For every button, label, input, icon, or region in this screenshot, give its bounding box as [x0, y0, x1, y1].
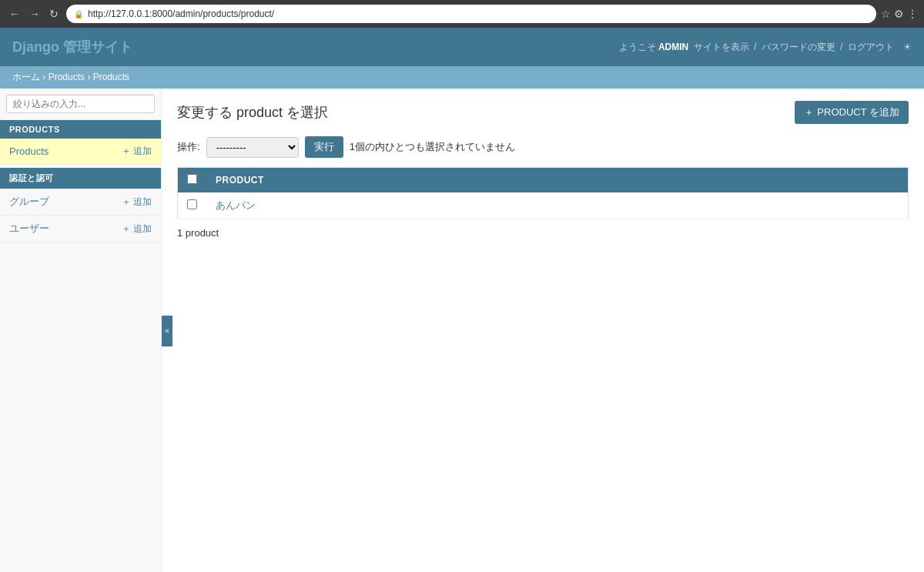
action-label: 操作:: [177, 140, 200, 154]
site-title: Django 管理サイト: [12, 38, 132, 56]
table-header-checkbox-col: [178, 168, 207, 193]
add-product-label: PRODUCT を追加: [817, 105, 899, 119]
sidebar-item-user[interactable]: ユーザー ＋ 追加: [0, 216, 161, 243]
add-product-button[interactable]: ＋ PRODUCT を追加: [795, 101, 909, 124]
breadcrumb-home[interactable]: ホーム: [12, 72, 40, 82]
welcome-text: ようこそ: [619, 42, 656, 52]
sidebar-group-add[interactable]: ＋ 追加: [122, 196, 152, 209]
breadcrumb-products[interactable]: Products: [49, 72, 85, 82]
page-title: 変更する product を選択: [177, 103, 328, 122]
sidebar-user-add[interactable]: ＋ 追加: [122, 222, 152, 236]
browser-toolbar-icons: ☆ ⚙ ⋮: [881, 8, 918, 20]
execute-button[interactable]: 実行: [305, 136, 343, 158]
main-content: 変更する product を選択 ＋ PRODUCT を追加 操作: -----…: [162, 89, 924, 572]
product-link[interactable]: あんパン: [216, 199, 256, 211]
forward-button[interactable]: →: [26, 6, 43, 22]
settings-icon[interactable]: ☀: [903, 42, 912, 52]
url-text: http://127.0.0.1:8000/admin/products/pro…: [88, 8, 274, 19]
result-count: 1 product: [177, 227, 909, 239]
menu-icon[interactable]: ⋮: [907, 8, 918, 20]
row-checkbox[interactable]: [187, 199, 197, 209]
select-all-checkbox[interactable]: [187, 174, 197, 184]
action-bar: 操作: --------- 実行 1個の内ひとつも選択されていません: [177, 136, 909, 158]
content-header: 変更する product を選択 ＋ PRODUCT を追加: [177, 101, 909, 124]
change-password-link[interactable]: パスワードの変更: [762, 42, 835, 52]
sidebar-search-input[interactable]: [6, 95, 155, 113]
lock-icon: 🔒: [74, 10, 83, 18]
sidebar-user-link[interactable]: ユーザー: [9, 222, 49, 236]
sidebar: PRODUCTS Products ＋ 追加 認証と認可 グループ ＋ 追加 ユ…: [0, 89, 162, 572]
site-label: 管理サイト: [63, 39, 132, 55]
admin-header: Django 管理サイト ようこそ ADMIN サイトを表示 / パスワードの変…: [0, 28, 924, 66]
browser-chrome: ← → ↻ 🔒 http://127.0.0.1:8000/admin/prod…: [0, 0, 924, 28]
main-layout: PRODUCTS Products ＋ 追加 認証と認可 グループ ＋ 追加 ユ…: [0, 89, 924, 572]
breadcrumb-sep1: ›: [42, 72, 45, 82]
table-cell-product-name: あんパン: [206, 192, 909, 219]
sidebar-group-link[interactable]: グループ: [9, 195, 49, 209]
address-bar[interactable]: 🔒 http://127.0.0.1:8000/admin/products/p…: [66, 5, 876, 23]
sidebar-item-products[interactable]: Products ＋ 追加: [0, 139, 161, 165]
table-cell-checkbox: [178, 192, 207, 219]
table-row: あんパン: [178, 192, 909, 219]
action-info: 1個の内ひとつも選択されていません: [350, 140, 515, 154]
table-header: PRODUCT: [178, 168, 909, 193]
action-select[interactable]: ---------: [206, 137, 299, 158]
breadcrumb-current: Products: [93, 72, 129, 82]
breadcrumb: ホーム › Products › Products: [0, 66, 924, 89]
sidebar-products-link[interactable]: Products: [9, 146, 49, 157]
sidebar-collapse-button[interactable]: «: [162, 316, 172, 346]
table-header-row: PRODUCT: [178, 168, 909, 193]
sidebar-search-container: [0, 89, 161, 120]
sidebar-item-group[interactable]: グループ ＋ 追加: [0, 189, 161, 216]
results-table: PRODUCT あんパン: [177, 167, 909, 219]
bookmark-icon[interactable]: ☆: [881, 8, 891, 20]
reload-button[interactable]: ↻: [46, 6, 62, 22]
username: ADMIN: [658, 42, 688, 52]
extensions-icon[interactable]: ⚙: [894, 8, 904, 20]
sidebar-section-auth: 認証と認可: [0, 168, 161, 189]
table-header-product: PRODUCT: [206, 168, 909, 193]
browser-nav: ← → ↻: [6, 6, 62, 22]
sidebar-section-products: PRODUCTS: [0, 120, 161, 139]
user-info: ようこそ ADMIN サイトを表示 / パスワードの変更 / ログアウト ☀: [619, 41, 912, 54]
breadcrumb-sep2: ›: [87, 72, 90, 82]
sidebar-products-add[interactable]: ＋ 追加: [122, 145, 152, 158]
table-body: あんパン: [178, 192, 909, 219]
view-site-link[interactable]: サイトを表示: [694, 42, 749, 52]
add-product-icon: ＋: [804, 105, 814, 119]
logout-link[interactable]: ログアウト: [848, 42, 894, 52]
django-label: Django: [12, 39, 59, 55]
back-button[interactable]: ←: [6, 6, 23, 22]
